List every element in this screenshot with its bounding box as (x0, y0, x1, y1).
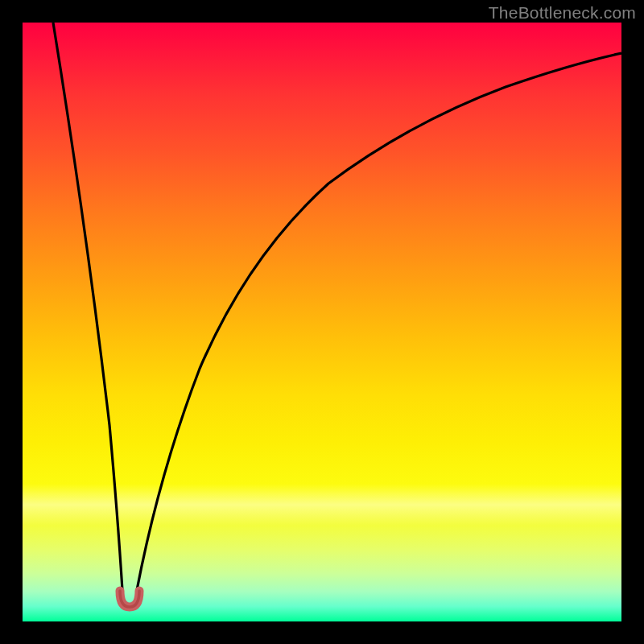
curve-left-branch (53, 23, 122, 590)
watermark-text: TheBottleneck.com (489, 3, 636, 23)
plot-area (23, 23, 621, 621)
bottleneck-curve (23, 23, 621, 621)
chart-frame: TheBottleneck.com (0, 0, 644, 644)
curve-right-branch (137, 53, 621, 590)
